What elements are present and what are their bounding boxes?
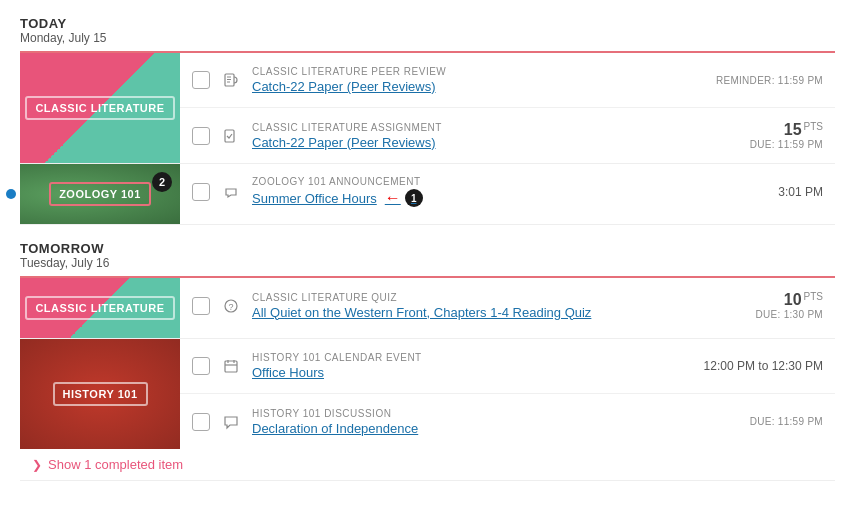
office-hours-title[interactable]: Office Hours	[252, 365, 692, 380]
peer-review-icon	[220, 72, 242, 88]
quiz-icon: ?	[220, 298, 242, 314]
classic-lit-today-thumbnail: CLASSIC LITERATURE	[20, 53, 180, 163]
quiz-content: CLASSIC LITERATURE QUIZ All Quiet on the…	[252, 292, 743, 320]
classic-lit-tomorrow-block: CLASSIC LITERATURE ? CLASSIC LITERATURE …	[20, 278, 835, 339]
peer-review-title[interactable]: Catch-22 Paper (Peer Reviews)	[252, 79, 704, 94]
assignment-item: CLASSIC LITERATURE ASSIGNMENT Catch-22 P…	[180, 108, 835, 163]
assignment-pts: 15	[784, 121, 802, 138]
zoology-today-block: ZOOLOGY 101 2 ZOOLOGY 101 ANNOUNCEMENT S…	[20, 164, 835, 225]
history-course-label: HISTORY 101	[53, 382, 148, 406]
office-hours-category: HISTORY 101 CALENDAR EVENT	[252, 352, 692, 363]
svg-marker-5	[226, 189, 236, 197]
today-header: TODAY Monday, July 15	[20, 16, 835, 45]
discussion-due: DUE: 11:59 PM	[750, 416, 823, 427]
office-hours-checkbox[interactable]	[192, 357, 210, 375]
zoology-thumbnail: ZOOLOGY 101 2	[20, 164, 180, 224]
history-thumbnail: HISTORY 101	[20, 339, 180, 449]
quiz-pts: 10	[784, 291, 802, 308]
discussion-item: HISTORY 101 DISCUSSION Declaration of In…	[180, 394, 835, 449]
classic-lit-tomorrow-course-label: CLASSIC LITERATURE	[25, 296, 174, 320]
announcement-category: ZOOLOGY 101 ANNOUNCEMENT	[252, 176, 766, 187]
quiz-due: DUE: 1:30 PM	[755, 309, 823, 320]
classic-lit-today-items: CLASSIC LITERATURE PEER REVIEW Catch-22 …	[180, 53, 835, 163]
assignment-icon	[220, 128, 242, 144]
quiz-title[interactable]: All Quiet on the Western Front, Chapters…	[252, 305, 743, 320]
svg-rect-4	[225, 130, 234, 142]
peer-review-meta: REMINDER: 11:59 PM	[704, 75, 823, 86]
zoology-badge: 2	[152, 172, 172, 192]
page-container: TODAY Monday, July 15 CLASSIC LITERATURE	[0, 0, 855, 505]
history-tomorrow-block: HISTORY 101	[20, 339, 835, 481]
peer-review-checkbox[interactable]	[192, 71, 210, 89]
classic-lit-tomorrow-thumbnail: CLASSIC LITERATURE	[20, 278, 180, 338]
discussion-title[interactable]: Declaration of Independence	[252, 421, 738, 436]
tomorrow-section: TOMORROW Tuesday, July 16 CLASSIC LITERA…	[20, 241, 835, 481]
announcement-title[interactable]: Summer Office Hours ← 1	[252, 189, 766, 207]
announcement-content: ZOOLOGY 101 ANNOUNCEMENT Summer Office H…	[252, 176, 766, 207]
discussion-content: HISTORY 101 DISCUSSION Declaration of In…	[252, 408, 738, 436]
today-date: Monday, July 15	[20, 31, 835, 45]
announcement-meta: 3:01 PM	[766, 185, 823, 199]
today-label: TODAY	[20, 16, 835, 31]
classic-lit-today-block: CLASSIC LITERATURE	[20, 53, 835, 164]
discussion-category: HISTORY 101 DISCUSSION	[252, 408, 738, 419]
zoology-course-label: ZOOLOGY 101	[49, 182, 151, 206]
classic-lit-tomorrow-items: ? CLASSIC LITERATURE QUIZ All Quiet on t…	[180, 278, 835, 338]
show-completed-chevron: ❯	[32, 458, 42, 472]
history-inner: HISTORY 101	[20, 339, 835, 449]
peer-review-item: CLASSIC LITERATURE PEER REVIEW Catch-22 …	[180, 53, 835, 108]
assignment-category: CLASSIC LITERATURE ASSIGNMENT	[252, 122, 738, 133]
announcement-checkbox[interactable]	[192, 183, 210, 201]
discussion-meta: DUE: 11:59 PM	[738, 416, 823, 427]
peer-review-category: CLASSIC LITERATURE PEER REVIEW	[252, 66, 704, 77]
assignment-content: CLASSIC LITERATURE ASSIGNMENT Catch-22 P…	[252, 122, 738, 150]
svg-text:?: ?	[228, 302, 233, 312]
show-completed-row[interactable]: ❯ Show 1 completed item	[20, 449, 835, 480]
assignment-due: DUE: 11:59 PM	[750, 139, 823, 150]
announcement-time: 3:01 PM	[778, 185, 823, 199]
history-items: HISTORY 101 CALENDAR EVENT Office Hours …	[180, 339, 835, 449]
peer-review-content: CLASSIC LITERATURE PEER REVIEW Catch-22 …	[252, 66, 704, 94]
zoology-items: ZOOLOGY 101 ANNOUNCEMENT Summer Office H…	[180, 164, 835, 224]
announcement-item: ZOOLOGY 101 ANNOUNCEMENT Summer Office H…	[180, 164, 835, 219]
office-hours-item: HISTORY 101 CALENDAR EVENT Office Hours …	[180, 339, 835, 394]
assignment-title[interactable]: Catch-22 Paper (Peer Reviews)	[252, 135, 738, 150]
annotation-arrow: ← 1	[385, 189, 423, 207]
tomorrow-date: Tuesday, July 16	[20, 256, 835, 270]
peer-review-reminder: REMINDER: 11:59 PM	[716, 75, 823, 86]
discussion-icon	[220, 414, 242, 430]
zoology-dot-indicator	[6, 189, 16, 199]
assignment-checkbox[interactable]	[192, 127, 210, 145]
calendar-icon	[220, 358, 242, 374]
quiz-meta: 10PTS DUE: 1:30 PM	[743, 291, 823, 320]
office-hours-meta: 12:00 PM to 12:30 PM	[692, 359, 823, 373]
office-hours-time: 12:00 PM to 12:30 PM	[704, 359, 823, 373]
show-completed-label: Show 1 completed item	[48, 457, 183, 472]
tomorrow-header: TOMORROW Tuesday, July 16	[20, 241, 835, 270]
svg-rect-8	[225, 361, 237, 372]
office-hours-content: HISTORY 101 CALENDAR EVENT Office Hours	[252, 352, 692, 380]
discussion-checkbox[interactable]	[192, 413, 210, 431]
tomorrow-label: TOMORROW	[20, 241, 835, 256]
today-section: TODAY Monday, July 15 CLASSIC LITERATURE	[20, 16, 835, 225]
quiz-checkbox[interactable]	[192, 297, 210, 315]
assignment-meta: 15PTS DUE: 11:59 PM	[738, 121, 823, 150]
announcement-icon	[220, 184, 242, 200]
classic-lit-today-course-label: CLASSIC LITERATURE	[25, 96, 174, 120]
quiz-category: CLASSIC LITERATURE QUIZ	[252, 292, 743, 303]
quiz-item: ? CLASSIC LITERATURE QUIZ All Quiet on t…	[180, 278, 835, 333]
